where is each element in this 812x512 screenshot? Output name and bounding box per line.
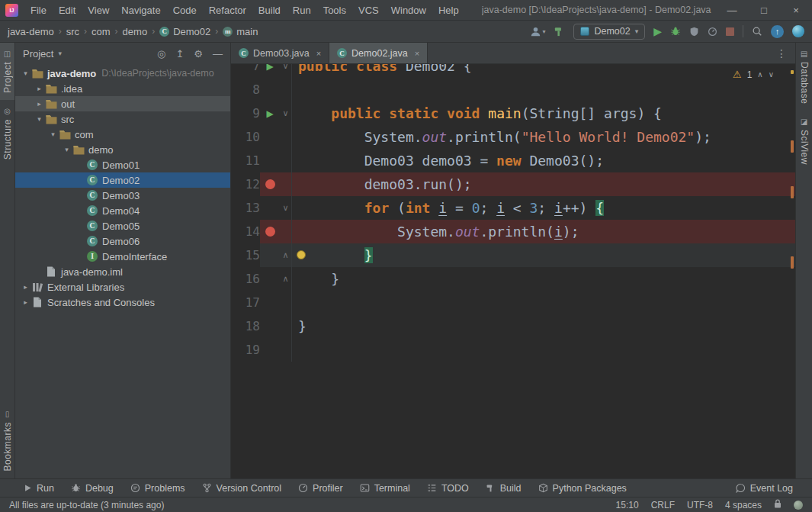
fold-marker-icon[interactable]: ∧ [280,267,292,291]
colored-sphere-icon[interactable] [792,25,804,37]
code-line[interactable]: 11 Demo03 demo03 = new Demo03(); [231,149,795,172]
chevron-expanded-icon[interactable]: ▾ [61,146,72,153]
code-line[interactable]: 16∧ } [231,267,795,291]
breadcrumb-item-main[interactable]: mmain [223,26,258,37]
code-line[interactable]: 7▶∨public class Demo02 { [231,64,795,78]
cursor-position[interactable]: 15:10 [616,500,639,510]
breakpoint-icon[interactable] [265,227,275,237]
breadcrumb-item-java-demo[interactable]: java-demo [8,26,54,37]
menu-edit[interactable]: Edit [53,0,82,21]
tree-item-demo[interactable]: ▾demo [15,142,230,157]
close-tab-icon[interactable]: × [316,49,321,58]
user-icon[interactable]: ▾ [530,26,545,37]
code-line[interactable]: 13∨ for (int i = 0; i < 3; i++) { [231,196,795,220]
code-line[interactable]: 19 [231,338,795,362]
chevron-collapsed-icon[interactable]: ▸ [20,283,31,291]
tree-item-src[interactable]: ▾src [15,111,230,127]
toolbar-run[interactable]: Run [15,479,63,497]
tree-item-com[interactable]: ▾com [15,127,230,142]
tree-item-demo02[interactable]: CDemo02 [15,172,230,188]
tab-demo02-java[interactable]: CDemo02.java× [329,43,428,63]
chevron-collapsed-icon[interactable]: ▸ [34,100,45,108]
hide-icon[interactable]: — [213,48,223,60]
tree-item-demo01[interactable]: CDemo01 [15,157,230,172]
tool-window-button-sciview[interactable]: ◪SciView [796,111,812,172]
project-panel-title[interactable]: Project [23,48,53,60]
build-hammer-icon[interactable] [554,26,565,37]
close-button[interactable]: × [780,0,812,20]
breakpoint-icon[interactable] [265,179,275,189]
tree-item-demo03[interactable]: CDemo03 [15,188,230,203]
code-line[interactable]: 17 [231,291,795,314]
chevron-collapsed-icon[interactable]: ▸ [20,298,31,306]
inspections-level-icon[interactable] [794,501,803,510]
code-line[interactable]: 12 demo03.run(); [231,172,795,196]
next-warning-icon[interactable]: ∨ [769,70,774,79]
menu-run[interactable]: Run [287,0,317,21]
menu-help[interactable]: Help [432,0,465,21]
minimize-button[interactable]: — [716,0,748,20]
tree-item-out[interactable]: ▸out [15,96,230,111]
menu-code[interactable]: Code [167,0,203,21]
breadcrumb-item-src[interactable]: src [66,26,79,37]
maximize-button[interactable]: □ [748,0,780,20]
code-line[interactable]: 8 [231,78,795,101]
toolbar-problems[interactable]: Problems [122,479,194,497]
toolbar-terminal[interactable]: Terminal [351,479,419,497]
tool-window-button-structure[interactable]: ◎Structure [0,100,14,166]
toolbar-debug[interactable]: Debug [63,479,122,497]
menu-view[interactable]: View [82,0,115,21]
menu-tools[interactable]: Tools [317,0,352,21]
menu-vcs[interactable]: VCS [352,0,385,21]
fold-marker-icon[interactable]: ∨ [280,64,292,78]
run-gutter-icon[interactable]: ▶ [266,64,273,71]
menu-build[interactable]: Build [252,0,287,21]
chevron-expanded-icon[interactable]: ▾ [34,115,45,123]
inspection-widget[interactable]: ⚠ 1 ∧ ∨ [733,69,774,80]
tree-item-scratches-and-consoles[interactable]: ▸Scratches and Consoles [15,295,230,310]
menu-refactor[interactable]: Refactor [203,0,252,21]
run-config-selector[interactable]: Demo02 ▾ [573,24,645,40]
search-everywhere-icon[interactable] [752,26,762,37]
prev-warning-icon[interactable]: ∧ [757,70,762,79]
toolbar-event-log[interactable]: Event Log [727,479,801,497]
stop-button[interactable] [726,27,734,36]
close-tab-icon[interactable]: × [415,49,419,58]
tool-window-button-bookmarks[interactable]: ▯Bookmarks [0,403,14,478]
line-separator[interactable]: CRLF [651,500,675,510]
tree-item-demointerface[interactable]: IDemoInterface [15,249,230,264]
tree-item-java-demo-iml[interactable]: java-demo.iml [15,264,230,279]
run-button[interactable]: ▶ [653,26,662,37]
fold-marker-icon[interactable]: ∧ [280,243,292,267]
settings-icon[interactable]: ⚙ [194,48,203,60]
file-encoding[interactable]: UTF-8 [687,500,713,510]
code-line[interactable]: 18} [231,314,795,338]
toolbar-build[interactable]: Build [477,479,530,497]
indent-style[interactable]: 4 spaces [725,500,762,510]
coverage-button[interactable] [689,27,699,37]
tab-demo03-java[interactable]: CDemo03.java× [231,43,329,63]
code-line[interactable]: 9▶∨ public static void main(String[] arg… [231,101,795,125]
code-line[interactable]: 14 System.out.println(i); [231,220,795,243]
locate-icon[interactable]: ◎ [157,48,165,60]
lock-icon[interactable] [774,499,782,510]
toolbar-python-packages[interactable]: Python Packages [530,479,635,497]
code-line[interactable]: 10 System.out.println("Hello World! Demo… [231,125,795,149]
profiler-button[interactable] [708,27,717,37]
tab-options-icon[interactable]: ⋮ [768,43,795,63]
tool-window-button-project[interactable]: ◫Project [0,43,14,100]
debug-button[interactable] [670,26,681,37]
tool-window-button-database[interactable]: ▤Database [796,43,812,111]
chevron-collapsed-icon[interactable]: ▸ [34,85,45,92]
toolbar-profiler[interactable]: Profiler [290,479,351,497]
fold-marker-icon[interactable]: ∨ [280,101,292,125]
tree-item-external-libraries[interactable]: ▸External Libraries [15,279,230,295]
code-line[interactable]: 15∧ } [231,243,795,267]
tree-item-demo04[interactable]: CDemo04 [15,203,230,218]
tree-item-demo05[interactable]: CDemo05 [15,218,230,233]
intention-bulb-icon[interactable] [297,250,306,259]
breadcrumb-item-demo02[interactable]: CDemo02 [159,26,210,37]
menu-file[interactable]: File [24,0,53,21]
collapse-all-icon[interactable]: ↥ [175,48,184,60]
update-project-icon[interactable]: ↑ [771,25,784,38]
